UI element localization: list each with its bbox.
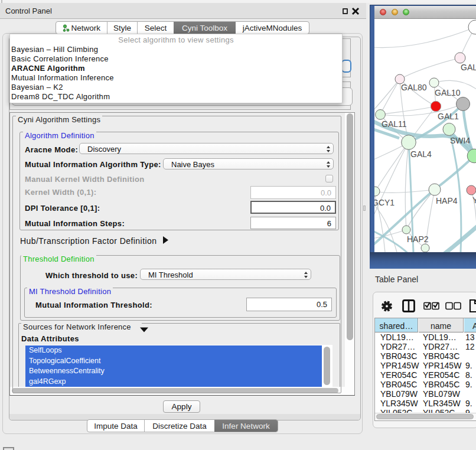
svg-text:GAL80: GAL80: [401, 83, 427, 92]
svg-text:GAL2: GAL2: [461, 63, 476, 72]
svg-text:GCY1: GCY1: [374, 198, 395, 207]
svg-text:SWI4: SWI4: [450, 136, 470, 145]
svg-text:GAL1: GAL1: [438, 112, 459, 121]
svg-text:GAL11: GAL11: [382, 119, 407, 129]
svg-text:HAP2: HAP2: [407, 234, 429, 244]
svg-text:GAL4: GAL4: [410, 149, 432, 159]
svg-text:HAP4: HAP4: [436, 196, 458, 206]
svg-text:GAL10: GAL10: [435, 88, 461, 97]
svg-text:Y: Y: [472, 195, 476, 205]
